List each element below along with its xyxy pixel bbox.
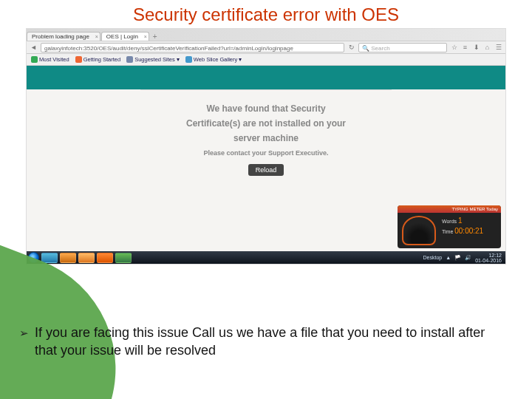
- system-tray: Desktop ▲ 🏳️ 🔊 12:12 01-04-2016: [423, 253, 504, 263]
- bookmark-label: Getting Started: [83, 56, 120, 63]
- address-bar: ◄ galaxyinfotech:3520/OES/audit/deny/ssl…: [27, 41, 505, 54]
- meter-words-value: 1: [458, 216, 463, 225]
- reload-button[interactable]: Reload: [248, 164, 284, 176]
- bookmarks-bar: Most Visited Getting Started Suggested S…: [27, 54, 505, 66]
- meter-time-value: 00:00:21: [454, 227, 483, 235]
- bullet-marker-icon: ➢: [19, 324, 29, 359]
- tray-icon[interactable]: 🏳️: [454, 255, 461, 261]
- bookmark-icon: [75, 56, 82, 63]
- bookmark-getting-started[interactable]: Getting Started: [75, 56, 120, 63]
- error-line-2: Certificate(s) are not installed on your: [27, 118, 505, 129]
- browser-tab-strip: Problem loading page × OES | Login × +: [27, 29, 505, 41]
- back-icon[interactable]: ◄: [30, 44, 38, 52]
- browser-tab-1[interactable]: OES | Login ×: [101, 32, 149, 41]
- bookmark-label: Web Slice Gallery: [194, 56, 237, 63]
- url-input[interactable]: galaxyinfotech:3520/OES/audit/deny/sslCe…: [41, 43, 344, 52]
- taskbar-app-explorer[interactable]: [60, 253, 76, 263]
- bookmark-icon: [126, 56, 133, 63]
- search-placeholder-text: Search: [371, 45, 389, 52]
- taskbar-clock[interactable]: 12:12 01-04-2016: [475, 253, 502, 263]
- browser-tab-0[interactable]: Problem loading page ×: [27, 32, 100, 41]
- bookmark-icon: [31, 56, 38, 63]
- refresh-icon[interactable]: ↻: [347, 44, 355, 52]
- bookmark-suggested-sites[interactable]: Suggested Sites ▾: [126, 56, 180, 63]
- slide-bullet: ➢ If you are facing this issue Call us w…: [19, 324, 510, 359]
- error-line-1: We have found that Security: [27, 103, 505, 114]
- clock-date: 01-04-2016: [475, 258, 502, 263]
- bullet-text: If you are facing this issue Call us we …: [35, 324, 510, 359]
- clock-time: 12:12: [475, 253, 502, 258]
- bookmark-label: Most Visited: [39, 56, 69, 63]
- error-subtext: Please contact your Support Executive.: [27, 149, 505, 157]
- meter-stats: Words 1 Time 00:00:21: [442, 216, 483, 236]
- gauge-icon: [402, 216, 436, 245]
- search-icon: 🔍: [362, 45, 369, 52]
- star-icon[interactable]: ☆: [450, 44, 458, 52]
- list-icon[interactable]: ≡: [461, 44, 469, 52]
- divider: [140, 89, 392, 90]
- home-icon[interactable]: ⌂: [483, 44, 491, 52]
- close-icon[interactable]: ×: [144, 34, 147, 39]
- menu-icon[interactable]: ☰: [494, 44, 502, 52]
- typing-meter-widget[interactable]: TYPING METER Today Words 1 Time 00:00:21: [398, 205, 501, 248]
- tab-label: OES | Login: [106, 33, 138, 40]
- bookmark-most-visited[interactable]: Most Visited: [31, 56, 69, 63]
- taskbar-app-other[interactable]: [115, 253, 132, 263]
- taskbar-app-media[interactable]: [78, 253, 95, 263]
- meter-title: TYPING METER Today: [398, 205, 501, 213]
- slide-title: Security certificate error with OES: [0, 0, 532, 28]
- close-icon[interactable]: ×: [95, 34, 98, 39]
- error-line-3: server machine: [27, 133, 505, 143]
- meter-words-label: Words: [442, 219, 457, 224]
- taskbar-app-ie[interactable]: [41, 253, 58, 263]
- desktop-label[interactable]: Desktop: [423, 255, 443, 260]
- new-tab-button[interactable]: +: [150, 33, 160, 41]
- bookmark-icon: [185, 56, 192, 63]
- meter-time-label: Time: [442, 229, 453, 234]
- browser-screenshot: Problem loading page × OES | Login × + ◄…: [26, 28, 506, 265]
- tray-expand-icon[interactable]: ▲: [446, 255, 451, 260]
- search-input[interactable]: 🔍 Search: [358, 43, 447, 52]
- bookmark-web-slice[interactable]: Web Slice Gallery ▾: [185, 56, 242, 63]
- windows-taskbar: Desktop ▲ 🏳️ 🔊 12:12 01-04-2016: [27, 251, 505, 264]
- bookmark-label: Suggested Sites: [134, 56, 175, 63]
- app-header-bar: [27, 66, 505, 89]
- download-icon[interactable]: ⬇: [472, 44, 480, 52]
- tray-icon[interactable]: 🔊: [465, 255, 471, 261]
- taskbar-app-firefox[interactable]: [97, 253, 113, 263]
- tab-label: Problem loading page: [32, 33, 89, 40]
